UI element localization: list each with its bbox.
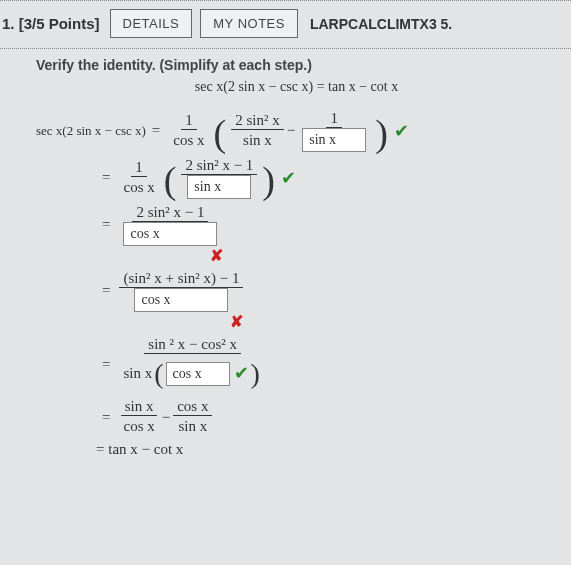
denom: cos x bbox=[119, 416, 158, 437]
frac-sin2-cos2: sin ² x − cos² x sin x ( cos x ✔ ) bbox=[119, 335, 265, 393]
numer: 1 bbox=[131, 158, 147, 177]
numer: sin ² x − cos² x bbox=[144, 335, 241, 354]
frac-1-input: 1 sin x bbox=[298, 109, 370, 152]
numer: 1 bbox=[181, 111, 197, 130]
check-icon: ✔ bbox=[390, 120, 409, 142]
denom: cos x bbox=[169, 130, 208, 151]
frac-cosx-sinx: cos x sin x bbox=[173, 397, 212, 437]
step-5: = sin ² x − cos² x sin x ( cos x ✔ ) bbox=[96, 335, 557, 393]
equals-sign: = bbox=[96, 409, 116, 426]
answer-input-5[interactable]: cos x bbox=[166, 362, 230, 386]
cross-icon: ✘ bbox=[226, 312, 243, 331]
answer-input-2[interactable]: sin x bbox=[187, 175, 251, 199]
step-2: = 1 cos x ( 2 sin² x − 1 sin x ) ✔ bbox=[96, 156, 557, 199]
cross-icon: ✘ bbox=[206, 246, 223, 265]
identity-equation: sec x(2 sin x − csc x) = tan x − cot x bbox=[36, 79, 557, 95]
numer: 2 sin² x − 1 bbox=[132, 203, 208, 222]
answer-input-3[interactable]: cos x bbox=[123, 222, 217, 246]
check-icon: ✔ bbox=[230, 361, 249, 386]
frac-top-input: (sin² x + sin² x) − 1 cos x bbox=[119, 269, 243, 312]
details-button[interactable]: DETAILS bbox=[110, 9, 193, 38]
denom: sin x bbox=[239, 130, 276, 151]
denom: sin x bbox=[183, 175, 255, 199]
step-4: = (sin² x + sin² x) − 1 cos x ✘ bbox=[96, 269, 557, 331]
frac-top-input: 2 sin² x − 1 cos x bbox=[119, 203, 221, 246]
step-7: = tan x − cot x bbox=[96, 441, 557, 458]
numer: (sin² x + sin² x) − 1 bbox=[119, 269, 243, 288]
denom: sin x bbox=[174, 416, 211, 437]
frac-2sin2-sinx: 2 sin² x sin x bbox=[231, 111, 284, 151]
check-icon: ✔ bbox=[277, 167, 296, 189]
denom: sin x bbox=[298, 128, 370, 152]
minus-sign: − bbox=[287, 122, 295, 139]
step-1: sec x(2 sin x − csc x) = 1 cos x ( 2 sin… bbox=[36, 109, 557, 152]
final-line: = tan x − cot x bbox=[96, 441, 183, 458]
sinx-text: sin x bbox=[123, 363, 152, 384]
prompt-text: Verify the identity. (Simplify at each s… bbox=[36, 57, 557, 73]
frac-1-cosx: 1 cos x bbox=[169, 111, 208, 151]
equals-sign: = bbox=[96, 356, 116, 373]
numer: 1 bbox=[326, 109, 342, 128]
answer-input-4[interactable]: cos x bbox=[134, 288, 228, 312]
equals-sign: = bbox=[146, 122, 166, 139]
rparen-icon: ) bbox=[249, 354, 262, 393]
denom: cos x bbox=[119, 177, 158, 198]
textbook-ref: LARPCALCLIMTX3 5. bbox=[310, 16, 452, 32]
denom: cos x bbox=[119, 222, 221, 246]
step-3: = 2 sin² x − 1 cos x ✘ bbox=[96, 203, 557, 265]
numer: sin x bbox=[121, 397, 158, 416]
numer: cos x bbox=[173, 397, 212, 416]
minus-sign: − bbox=[162, 409, 170, 426]
question-number: 1. [3/5 Points] bbox=[2, 15, 100, 32]
numer: 2 sin² x − 1 bbox=[181, 156, 257, 175]
numer: 2 sin² x bbox=[231, 111, 284, 130]
denom: cos x bbox=[130, 288, 232, 312]
lparen-icon: ( bbox=[152, 354, 165, 393]
frac-1-cosx: 1 cos x bbox=[119, 158, 158, 198]
denom: sin x ( cos x ✔ ) bbox=[119, 354, 265, 393]
step-6: = sin x cos x − cos x sin x bbox=[96, 397, 557, 437]
frac-sinx-cosx: sin x cos x bbox=[119, 397, 158, 437]
step1-lhs: sec x(2 sin x − csc x) bbox=[36, 123, 146, 139]
my-notes-button[interactable]: MY NOTES bbox=[200, 9, 298, 38]
frac-top-input: 2 sin² x − 1 sin x bbox=[181, 156, 257, 199]
equals-sign: = bbox=[96, 169, 116, 186]
equals-sign: = bbox=[96, 216, 116, 233]
answer-input-1[interactable]: sin x bbox=[302, 128, 366, 152]
equals-sign: = bbox=[96, 282, 116, 299]
